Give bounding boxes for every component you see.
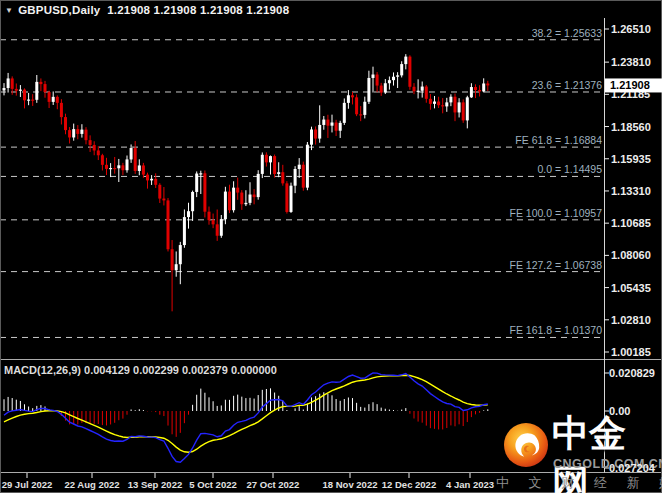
candle (400, 64, 403, 75)
candle (265, 155, 268, 163)
candle (294, 169, 297, 186)
candle (109, 168, 112, 169)
current-price-value: 1.21908 (610, 79, 650, 91)
fib-level-label: 38.2 = 1.25633 (532, 27, 603, 39)
candle (408, 57, 411, 87)
candle (167, 200, 170, 249)
candle (392, 77, 395, 80)
symbol-timeframe-label: GBPUSD,Daily (18, 4, 100, 16)
candle (212, 220, 215, 224)
candle (367, 78, 370, 102)
fib-level-label: FE 161.8 = 1.01370 (509, 324, 602, 336)
watermark-slogan-text: 中 文 财 经 新 媒 体 (496, 474, 662, 492)
candle (27, 100, 30, 101)
chart-title: ▼GBPUSD,Daily 1.21908 1.21908 1.21908 1.… (5, 4, 289, 16)
candle (134, 148, 137, 171)
candle (458, 102, 461, 112)
candle (187, 211, 190, 217)
price-axis-label: 1.10685 (611, 217, 651, 229)
symbol-dropdown-icon[interactable]: ▼ (5, 6, 13, 15)
candle (146, 175, 149, 181)
mt4-chart-window: 38.2 = 1.2563323.6 = 1.21376FE 61.8 = 1.… (0, 0, 662, 493)
candle (154, 179, 157, 185)
candle (343, 103, 346, 123)
price-axis: 1.265101.238101.211851.185601.159351.133… (604, 23, 662, 468)
candle (93, 145, 96, 151)
candle (191, 192, 194, 211)
price-axis-label: 1.26510 (611, 23, 651, 35)
candle (351, 95, 354, 97)
candle (306, 145, 309, 188)
candle (261, 155, 264, 174)
time-axis-label: 22 Aug 2022 (64, 479, 119, 490)
macd-axis-label-zero: 0.00 (609, 405, 630, 417)
candle (470, 87, 473, 97)
candle (11, 78, 14, 88)
candle (441, 105, 444, 106)
time-axis-label: 27 Oct 2022 (247, 479, 300, 490)
candle (335, 122, 338, 130)
macd-signal-line (4, 375, 488, 452)
candle (48, 92, 51, 102)
candle (97, 150, 100, 155)
candle (449, 97, 452, 103)
candle (60, 103, 63, 117)
candle (175, 264, 178, 270)
fib-level-label: FE 100.0 = 1.10957 (509, 207, 602, 219)
candle (232, 188, 235, 211)
candle (486, 83, 489, 85)
candle (285, 183, 288, 212)
candle (417, 91, 420, 92)
fib-level-label: FE 127.2 = 1.06738 (509, 259, 602, 271)
candle (302, 165, 305, 188)
candle (117, 165, 120, 168)
candle (454, 97, 457, 113)
candle (216, 224, 219, 235)
candle (236, 188, 239, 193)
candle (3, 88, 6, 90)
time-axis-label: 13 Sep 2022 (128, 479, 182, 490)
candle (130, 148, 133, 159)
time-axis-label: 18 Nov 2022 (323, 479, 378, 490)
candle (372, 75, 375, 78)
candle (355, 97, 358, 114)
candle (183, 217, 186, 245)
candle (64, 117, 67, 130)
time-axis-label: 4 Jan 2023 (446, 479, 494, 490)
candle (478, 90, 481, 91)
candle (52, 97, 55, 102)
price-axis-label: 1.15935 (611, 153, 651, 165)
time-axis-label: 12 Dec 2022 (382, 479, 436, 490)
candle (466, 97, 469, 120)
watermark-cngold: 中金网 CNGOLD.COM.CN 中 文 财 经 新 媒 体 (492, 417, 662, 493)
candle (281, 172, 284, 183)
candle (384, 83, 387, 92)
candle (44, 84, 47, 92)
candle (298, 165, 301, 169)
candle (437, 102, 440, 106)
candle (290, 186, 293, 212)
candle (39, 82, 42, 84)
candle (310, 129, 313, 144)
candle (72, 129, 75, 137)
candle (462, 102, 465, 120)
candle (314, 129, 317, 138)
candle (220, 219, 223, 236)
candle (273, 156, 276, 174)
candle (326, 120, 329, 126)
candle (101, 155, 104, 165)
candle (482, 83, 485, 91)
time-axis-label: 5 Oct 2022 (189, 479, 237, 490)
candle (269, 156, 272, 162)
candle (244, 203, 247, 204)
candle (208, 212, 211, 220)
macd-axis-label-min: 0.027204 (609, 462, 655, 474)
candle (80, 130, 83, 134)
candle (376, 75, 379, 86)
candle (277, 172, 280, 174)
candle (396, 75, 399, 76)
candle (31, 100, 34, 101)
candle (126, 159, 129, 170)
candle (253, 195, 256, 198)
candle (89, 140, 92, 145)
